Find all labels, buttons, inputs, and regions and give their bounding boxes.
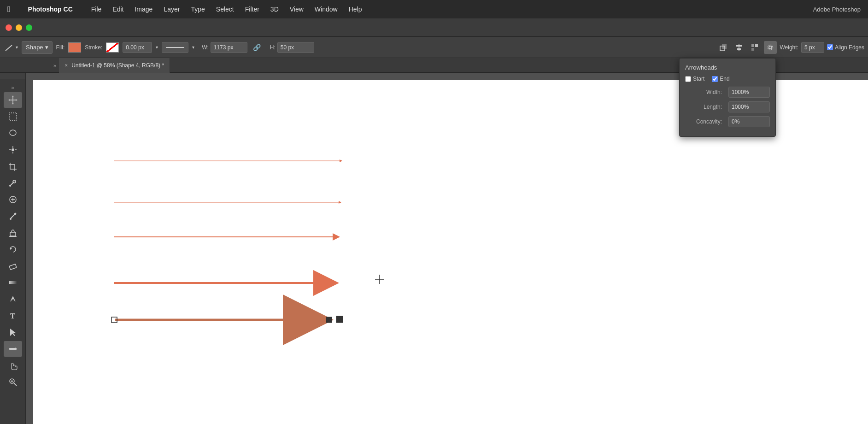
apple-logo-icon:  <box>7 5 11 14</box>
svg-point-38 <box>12 298 14 300</box>
healing-tool[interactable] <box>4 192 22 207</box>
stroke-style-arrow-icon[interactable]: ▾ <box>192 45 194 50</box>
width-label: W: <box>202 44 208 51</box>
path-operations-button[interactable] <box>717 41 730 54</box>
selection-handle-arrowhead[interactable] <box>336 316 343 323</box>
shape-dropdown[interactable]: Shape ▾ <box>22 41 53 54</box>
stroke-width-input[interactable]: 0.00 px <box>123 42 152 53</box>
healing-tool-icon <box>8 194 18 205</box>
stamp-tool[interactable] <box>4 225 22 241</box>
weight-label: Weight: <box>780 44 798 51</box>
width-input[interactable]: 1173 px <box>211 42 247 53</box>
end-check-group: End <box>712 76 729 82</box>
weight-input[interactable]: 5 px <box>801 42 824 53</box>
menu-help[interactable]: Help <box>344 4 367 15</box>
menu-filter[interactable]: Filter <box>240 4 264 15</box>
menu-file[interactable]: File <box>87 4 106 15</box>
shape-tool-icon <box>8 344 18 354</box>
document-tab[interactable]: × Untitled-1 @ 58% (Shape 4, RGB/8) * <box>59 58 170 73</box>
sidebar-top: » <box>11 83 14 91</box>
fill-swatch[interactable] <box>68 42 81 53</box>
minimize-button[interactable] <box>16 24 22 31</box>
svg-text:T: T <box>10 312 15 320</box>
pen-tool[interactable] <box>4 291 22 307</box>
gradient-tool-icon <box>8 277 18 288</box>
link-dimensions-icon[interactable]: 🔗 <box>253 44 261 51</box>
path-selection-icon <box>8 327 18 337</box>
stroke-swatch[interactable] <box>106 42 119 53</box>
path-alignment-button[interactable] <box>733 41 745 54</box>
stamp-tool-icon <box>8 228 18 238</box>
menu-select[interactable]: Select <box>211 4 239 15</box>
brush-tool-icon <box>8 211 18 221</box>
shape-tool[interactable] <box>4 341 22 357</box>
options-icons: Weight: 5 px Align Edges <box>717 41 864 54</box>
tab-close-button[interactable]: × <box>65 62 68 69</box>
path-selection-tool[interactable] <box>4 324 22 340</box>
tool-mode-selector: ▾ <box>4 42 18 53</box>
eraser-tool-icon <box>8 261 18 271</box>
svg-marker-40 <box>10 329 16 336</box>
align-edges-group: Align Edges <box>827 44 864 51</box>
magic-wand-tool[interactable] <box>4 142 22 158</box>
menu-layer[interactable]: Layer <box>159 4 184 15</box>
gradient-tool[interactable] <box>4 275 22 290</box>
svg-point-31 <box>10 218 12 220</box>
history-brush-icon <box>8 244 18 254</box>
tab-title: Untitled-1 @ 58% (Shape 4, RGB/8) * <box>71 62 164 69</box>
selection-tool[interactable] <box>4 109 22 124</box>
move-tool[interactable] <box>4 92 22 108</box>
stroke-dropdown-arrow-icon[interactable]: ▾ <box>156 45 158 50</box>
type-tool-icon: T <box>8 311 18 321</box>
menu-view[interactable]: View <box>285 4 308 15</box>
eyedropper-tool-icon <box>8 178 18 188</box>
panel-collapse-icon[interactable]: » <box>51 63 59 68</box>
stroke-label: Stroke: <box>85 44 102 51</box>
close-button[interactable] <box>6 24 12 31</box>
maximize-button[interactable] <box>26 24 32 31</box>
eyedropper-tool[interactable] <box>4 175 22 191</box>
menu-image[interactable]: Image <box>130 4 157 15</box>
eraser-tool[interactable] <box>4 258 22 274</box>
menu-window[interactable]: Window <box>310 4 342 15</box>
brush-tool[interactable] <box>4 208 22 224</box>
align-edges-checkbox[interactable] <box>827 44 833 50</box>
hand-tool[interactable] <box>4 358 22 373</box>
history-brush-tool[interactable] <box>4 241 22 257</box>
line-tool-icon <box>4 42 14 53</box>
type-tool[interactable]: T <box>4 308 22 324</box>
svg-marker-35 <box>10 247 12 250</box>
pen-tool-icon <box>8 294 18 304</box>
popup-concavity-label: Concavity: <box>685 118 722 125</box>
menu-3d[interactable]: 3D <box>266 4 283 15</box>
menu-edit[interactable]: Edit <box>108 4 128 15</box>
length-field-row: Length: 1000% <box>685 101 770 112</box>
svg-marker-14 <box>12 103 14 105</box>
arrange-button[interactable] <box>748 41 761 54</box>
crop-tool[interactable] <box>4 159 22 174</box>
svg-rect-17 <box>9 113 17 120</box>
popup-width-input[interactable]: 1000% <box>728 87 770 98</box>
tool-mode-arrow-icon[interactable]: ▾ <box>16 45 18 50</box>
stroke-style-button[interactable] <box>162 42 188 53</box>
svg-line-30 <box>11 214 15 218</box>
menu-type[interactable]: Type <box>186 4 209 15</box>
start-check-group: Start <box>685 76 704 82</box>
svg-rect-6 <box>751 44 754 47</box>
settings-button[interactable] <box>764 41 777 54</box>
options-bar: ▾ Shape ▾ Fill: Stroke: 0.00 px ▾ ▾ W: 1… <box>0 37 868 58</box>
end-checkbox[interactable] <box>712 76 718 82</box>
start-label: Start <box>693 76 704 82</box>
shape-dropdown-arrow-icon: ▾ <box>45 44 48 51</box>
height-input[interactable]: 50 px <box>277 42 314 53</box>
fill-label: Fill: <box>56 44 65 51</box>
svg-point-26 <box>9 185 11 187</box>
sidebar-collapse-icon[interactable]: » <box>11 85 14 90</box>
popup-concavity-input[interactable]: 0% <box>728 116 770 127</box>
popup-length-input[interactable]: 1000% <box>728 101 770 112</box>
svg-rect-33 <box>10 232 16 236</box>
zoom-tool[interactable] <box>4 374 22 390</box>
start-checkbox[interactable] <box>685 76 691 82</box>
selection-handle-right[interactable] <box>326 317 332 323</box>
lasso-tool[interactable] <box>4 125 22 141</box>
